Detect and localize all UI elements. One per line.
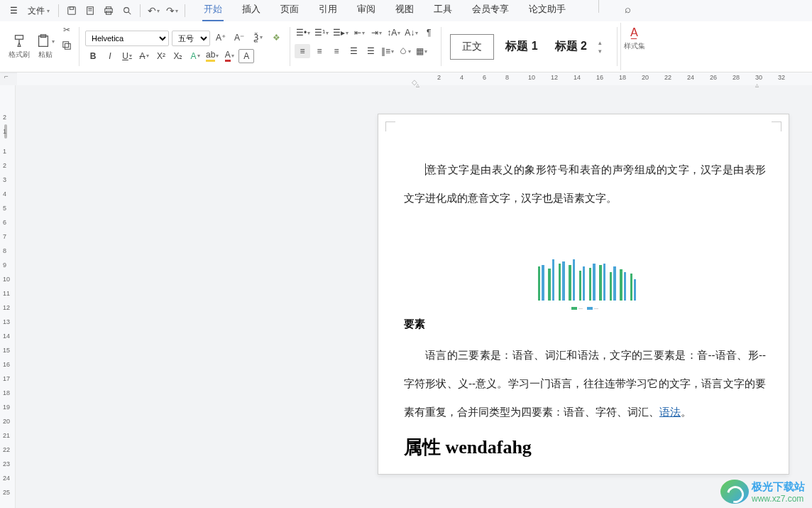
print-icon[interactable] (100, 2, 117, 19)
line-spacing-icon[interactable]: ‖≡ (380, 44, 395, 58)
style-heading1[interactable]: 标题 1 (500, 36, 543, 57)
svg-rect-5 (106, 11, 111, 14)
print-preview-icon[interactable] (82, 2, 99, 19)
tab-insert[interactable]: 插入 (241, 0, 262, 21)
tab-paper[interactable]: 论文助手 (527, 0, 567, 21)
char-border-button[interactable]: A (238, 49, 254, 63)
format-painter-group: 格式刷 (6, 23, 33, 70)
doc-link-grammar[interactable]: 语法 (659, 406, 681, 418)
redo-icon[interactable]: ↷ (163, 2, 180, 19)
svg-rect-4 (105, 9, 113, 12)
font-group: Helvetica 五号 A⁺ A⁻ Ѯ ❖ B I U A X² X₂ A a… (82, 23, 287, 70)
ruler-corner-icon: ⌐ (4, 72, 9, 80)
style-heading2[interactable]: 标题 2 (549, 36, 593, 57)
italic-button[interactable]: I (102, 49, 118, 63)
file-menu[interactable]: 文件 (23, 4, 54, 18)
numbering-icon[interactable]: ☰¹ (313, 26, 330, 40)
align-left-icon[interactable]: ≡ (295, 44, 310, 58)
tab-page[interactable]: 页面 (279, 0, 300, 21)
save-icon[interactable] (63, 2, 80, 19)
text-direction-icon[interactable]: ↕A (385, 26, 402, 40)
page-corner-tl (385, 121, 395, 131)
distribute-icon[interactable]: ☰ (363, 44, 378, 58)
align-right-icon[interactable]: ≡ (329, 44, 344, 58)
decrease-indent-icon[interactable]: ⇤ (351, 26, 367, 40)
page-corner-tr (772, 121, 781, 131)
svg-rect-9 (40, 35, 45, 38)
svg-point-6 (124, 8, 129, 13)
style-more-icon[interactable]: ▴▾ (598, 39, 608, 55)
strike-button[interactable]: A (136, 49, 152, 63)
font-color-button[interactable]: A (221, 49, 237, 63)
align-center-icon[interactable]: ≡ (312, 44, 327, 58)
increase-indent-icon[interactable]: ⇥ (368, 26, 384, 40)
bullets-icon[interactable]: ☰• (295, 26, 312, 40)
watermark-logo-icon (720, 480, 749, 504)
shading-icon[interactable] (397, 44, 412, 58)
horizontal-ruler[interactable]: ◇ ▵ 2 4 6 8 10 12 14 16 18 20 22 24 26 2… (17, 72, 812, 85)
multilevel-icon[interactable]: ☰▸ (331, 26, 350, 40)
increase-font-icon[interactable]: A⁺ (213, 31, 229, 45)
subscript-button[interactable]: X₂ (170, 49, 186, 63)
doc-paragraph-1[interactable]: 意音文字是由表义的象形符号和表音的声旁组成的文字，汉字是由表形文字进化成的意音文… (404, 156, 766, 212)
search-icon[interactable]: ⌕ (619, 0, 636, 17)
tab-reference[interactable]: 引用 (317, 0, 339, 21)
highlight-button[interactable]: ab (204, 49, 220, 63)
svg-rect-10 (63, 42, 69, 48)
tab-review[interactable]: 审阅 (356, 0, 377, 21)
superscript-button[interactable]: X² (153, 49, 169, 63)
style-pane-button[interactable]: A̲ 样式集 (620, 23, 648, 70)
document-canvas[interactable]: 意音文字是由表义的象形符号和表音的声旁组成的文字，汉字是由表形文字进化成的意音文… (16, 85, 812, 508)
doc-heading-attributes[interactable]: 属性 wendafahg (404, 435, 766, 460)
svg-rect-2 (87, 7, 94, 15)
undo-icon[interactable]: ↶ (145, 2, 162, 19)
paste-icon[interactable] (35, 33, 55, 49)
hamburger-icon[interactable]: ☰ (6, 4, 22, 17)
svg-rect-3 (106, 7, 111, 9)
paragraph-group: ☰• ☰¹ ☰▸ ⇤ ⇥ ↕A A↓ ¶ ≡ ≡ ≡ ☰ ☰ ‖≡ ▦ (293, 23, 438, 70)
paste-group: 粘贴 (33, 23, 57, 70)
doc-paragraph-2[interactable]: 语言的三要素是：语音、词汇和语法，文字的三要素是：音--语音、形--字符形状、义… (404, 341, 766, 426)
vertical-ruler[interactable]: 2 1 1 2 3 4 5 6 7 8 9 10 11 12 13 14 15 … (0, 85, 16, 508)
font-name-select[interactable]: Helvetica (85, 31, 169, 46)
svg-rect-11 (65, 43, 70, 49)
watermark: 极光下载站 www.xz7.com (720, 480, 805, 504)
style-normal[interactable]: 正文 (450, 34, 494, 60)
tab-tools[interactable]: 工具 (432, 0, 454, 21)
bold-button[interactable]: B (85, 49, 101, 63)
format-painter-icon[interactable] (11, 33, 27, 49)
copy-icon[interactable] (59, 38, 75, 53)
justify-icon[interactable]: ☰ (346, 44, 361, 58)
ribbon: 格式刷 粘贴 ✂ Helvetica 五号 A⁺ A⁻ Ѯ ❖ B I U A … (0, 21, 812, 72)
tab-member[interactable]: 会员专享 (471, 0, 510, 21)
ribbon-tabs: 开始 插入 页面 引用 审阅 视图 工具 会员专享 论文助手 ⌕ (202, 0, 636, 21)
font-size-select[interactable]: 五号 (172, 31, 210, 46)
svg-rect-8 (39, 36, 48, 47)
tab-start[interactable]: 开始 (202, 0, 224, 21)
decrease-font-icon[interactable]: A⁻ (231, 31, 247, 45)
show-marks-icon[interactable]: ¶ (421, 26, 437, 40)
page[interactable]: 意音文字是由表义的象形符号和表音的声旁组成的文字，汉字是由表形文字进化成的意音文… (378, 114, 789, 475)
text-effect-button[interactable]: A (187, 49, 203, 63)
svg-rect-7 (16, 36, 23, 40)
sort-icon[interactable]: A↓ (403, 26, 419, 40)
svg-rect-0 (68, 7, 76, 15)
borders-icon[interactable]: ▦ (414, 44, 429, 58)
zoom-icon[interactable] (119, 2, 136, 19)
doc-heading-elements[interactable]: 要素 (404, 318, 766, 331)
cut-icon[interactable]: ✂ (59, 23, 75, 37)
chart-image[interactable]: — — (404, 254, 766, 310)
clear-format-icon[interactable]: ❖ (268, 31, 284, 45)
tab-view[interactable]: 视图 (394, 0, 415, 21)
change-case-icon[interactable]: Ѯ (250, 31, 265, 45)
styles-group: 正文 标题 1 标题 2 ▴▾ (444, 23, 614, 70)
top-menubar: ☰ 文件 ↶ ↷ 开始 插入 页面 引用 审阅 视图 工具 会员专享 论文助手 … (0, 0, 812, 21)
svg-rect-1 (70, 7, 73, 10)
underline-button[interactable]: U (119, 49, 135, 63)
